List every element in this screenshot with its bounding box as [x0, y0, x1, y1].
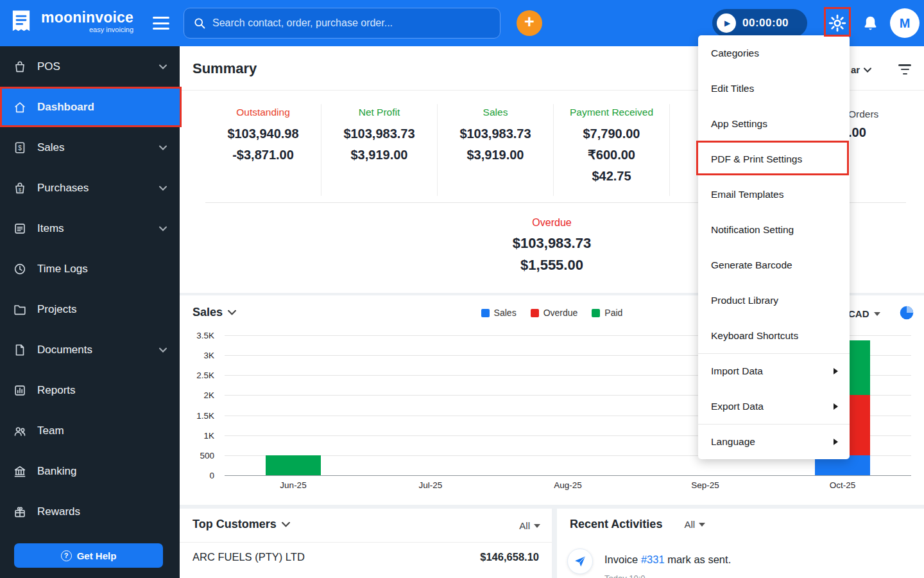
- menu-item-import-data[interactable]: Import Data: [698, 353, 850, 389]
- add-new-button[interactable]: +: [517, 10, 542, 36]
- chevron-down-icon: [159, 186, 167, 191]
- recent-activities-all-filter[interactable]: All: [684, 519, 705, 530]
- sidebar-item-label: Documents: [37, 344, 92, 356]
- sidebar-item-label: Projects: [37, 303, 76, 316]
- recent-activities-card: Recent Activities All Invoice #331 mark …: [557, 509, 924, 578]
- recent-activities-header: Recent Activities All: [570, 518, 705, 531]
- pie-chart-icon[interactable]: [898, 304, 915, 321]
- menu-item-app-settings[interactable]: App Settings: [698, 106, 850, 141]
- submenu-arrow-icon: [834, 368, 838, 374]
- legend-item-overdue[interactable]: Overdue: [531, 308, 578, 318]
- sidebar-item-dashboard[interactable]: Dashboard: [0, 87, 180, 127]
- stat-value: $42.75: [558, 166, 665, 187]
- gear-icon[interactable]: [828, 13, 847, 33]
- stat-value: -$3,871.00: [209, 144, 317, 166]
- x-axis-tick: Jul-25: [419, 480, 443, 490]
- period-dropdown-label: ar: [851, 64, 860, 75]
- stat-payment-received: Payment Received $7,790.00 ₹600.00 $42.7…: [554, 104, 670, 196]
- menu-item-pdf-print-settings[interactable]: PDF & Print Settings: [698, 141, 850, 177]
- document-icon: [13, 343, 27, 357]
- legend-item-paid[interactable]: Paid: [592, 308, 622, 318]
- legend-label: Paid: [604, 308, 622, 318]
- mooninvoice-logo[interactable]: mooninvoice easy invoicing: [8, 8, 133, 35]
- invoice-link[interactable]: #331: [641, 554, 665, 565]
- menu-item-generate-barcode[interactable]: Generate Barcode: [698, 247, 850, 283]
- folder-icon: [13, 302, 27, 317]
- menu-item-notification-setting[interactable]: Notification Setting: [698, 212, 850, 247]
- search-bar: [184, 8, 501, 39]
- menu-item-email-templates[interactable]: Email Templates: [698, 177, 850, 212]
- menu-item-export-data[interactable]: Export Data: [698, 389, 850, 424]
- top-customers-all-filter[interactable]: All: [519, 520, 540, 531]
- caret-down-icon: [699, 523, 705, 527]
- svg-text:$: $: [19, 187, 22, 193]
- customer-row[interactable]: ARC FUELS (PTY) LTD $146,658.10: [193, 551, 539, 563]
- submenu-arrow-icon: [834, 439, 838, 445]
- all-filter-label: All: [684, 519, 695, 530]
- bank-icon: [13, 464, 27, 478]
- sidebar-item-team[interactable]: Team: [0, 410, 180, 451]
- filter-icon[interactable]: [897, 63, 912, 76]
- menu-item-product-library[interactable]: Product Library: [698, 283, 850, 318]
- sidebar-item-sales[interactable]: $ Sales: [0, 127, 180, 168]
- clock-icon: [13, 262, 27, 276]
- sidebar-item-projects[interactable]: Projects: [0, 289, 180, 329]
- sidebar-item-label: Purchases: [37, 182, 89, 195]
- bar-paid-jun-25[interactable]: [266, 455, 321, 475]
- sidebar-item-banking[interactable]: Banking: [0, 451, 180, 491]
- x-axis-tick: Jun-25: [280, 480, 306, 490]
- menu-item-edit-titles[interactable]: Edit Titles: [698, 71, 850, 106]
- y-axis-tick: 1K: [203, 430, 214, 440]
- top-customers-title: Top Customers: [193, 518, 277, 531]
- stat-outstanding: Outstanding $103,940.98 -$3,871.00: [205, 104, 321, 196]
- sidebar-item-time-logs[interactable]: Time Logs: [0, 249, 180, 289]
- stat-value: $3,919.00: [441, 144, 549, 166]
- menu-item-keyboard-shortcuts[interactable]: Keyboard Shortcuts: [698, 318, 850, 353]
- chevron-down-icon: [282, 521, 290, 527]
- menu-item-language[interactable]: Language: [698, 424, 850, 459]
- get-help-button[interactable]: ? Get Help: [14, 543, 163, 568]
- invoice-logo-icon: [8, 8, 35, 35]
- caret-down-icon: [874, 312, 880, 316]
- caret-down-icon: [534, 524, 540, 528]
- card-divider: [180, 542, 552, 543]
- sidebar-item-items[interactable]: Items: [0, 208, 180, 249]
- avatar-initial: M: [900, 16, 911, 31]
- gift-icon: [13, 505, 27, 519]
- chevron-down-icon: [159, 145, 167, 150]
- bell-icon[interactable]: [862, 15, 879, 32]
- search-input[interactable]: [212, 17, 491, 29]
- chevron-down-icon: [159, 226, 167, 231]
- home-icon: [13, 100, 27, 114]
- sidebar-item-rewards[interactable]: Rewards: [0, 491, 180, 532]
- currency-dropdown[interactable]: CAD: [848, 308, 880, 319]
- sidebar-item-reports[interactable]: Reports: [0, 370, 180, 410]
- hamburger-icon[interactable]: [153, 17, 169, 30]
- stat-value: ₹600.00: [558, 144, 665, 166]
- legend-label: Overdue: [543, 308, 578, 318]
- top-customers-title-dropdown[interactable]: Top Customers: [193, 518, 290, 531]
- top-customers-card: Top Customers All ARC FUELS (PTY) LTD $1…: [180, 509, 552, 578]
- sidebar-item-pos[interactable]: POS: [0, 46, 180, 87]
- period-dropdown-partial[interactable]: ar: [851, 64, 871, 75]
- settings-dropdown-menu: Categories Edit Titles App Settings PDF …: [698, 35, 850, 459]
- stat-sales: Sales $103,983.73 $3,919.00: [438, 104, 554, 196]
- timer-widget[interactable]: ▶ 00:00:00: [712, 9, 807, 37]
- menu-item-label: Import Data: [711, 365, 763, 377]
- summary-title: Summary: [193, 60, 257, 77]
- y-axis-tick: 0: [209, 471, 214, 480]
- sidebar-item-label: Team: [37, 425, 64, 437]
- sidebar-item-purchases[interactable]: $ Purchases: [0, 168, 180, 208]
- legend-item-sales[interactable]: Sales: [481, 308, 517, 318]
- brand-tagline: easy invoicing: [89, 26, 133, 33]
- sidebar-item-documents[interactable]: Documents: [0, 329, 180, 370]
- avatar[interactable]: M: [890, 8, 920, 38]
- items-icon: [13, 222, 27, 236]
- menu-item-label: Product Library: [711, 295, 778, 306]
- menu-item-categories[interactable]: Categories: [698, 35, 850, 71]
- play-icon[interactable]: ▶: [717, 13, 736, 33]
- y-axis-tick: 2K: [203, 390, 214, 400]
- legend-swatch: [592, 309, 600, 317]
- menu-item-label: Export Data: [711, 401, 764, 412]
- send-icon: [567, 548, 593, 574]
